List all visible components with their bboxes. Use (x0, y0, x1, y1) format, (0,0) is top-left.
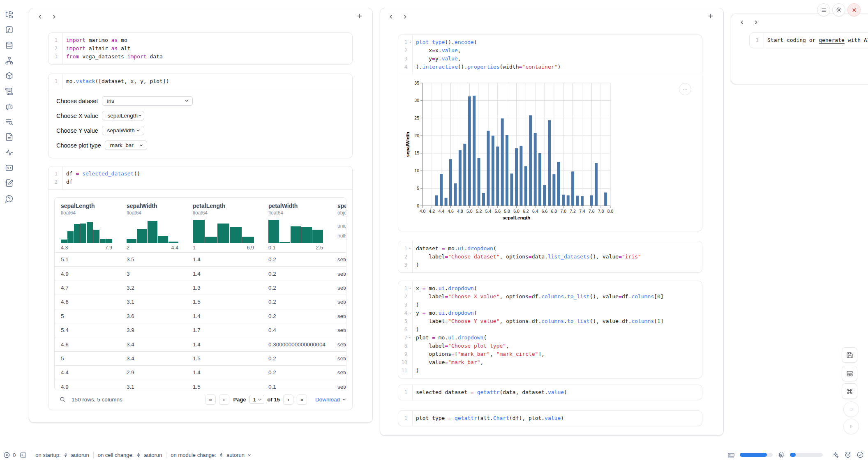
chart-actions-menu-button[interactable] (679, 83, 691, 95)
chevron-right-icon[interactable] (401, 12, 409, 21)
table-cell: 3.4 (127, 341, 193, 348)
chevron-left-icon[interactable] (36, 12, 44, 21)
column-header-species[interactable]: speciesobjectunique:nulls: (337, 203, 346, 251)
github-button[interactable] (844, 451, 852, 459)
table-row[interactable]: 5.13.51.40.2setosa (55, 252, 346, 266)
code-editor[interactable]: 1plot_type = getattr(alt.Chart(df), plot… (398, 411, 702, 426)
interrupt-button[interactable] (843, 401, 859, 417)
chevron-left-icon[interactable] (387, 12, 395, 21)
column-header-sepalWidth[interactable]: sepalWidthfloat6424.4 (127, 203, 193, 251)
outline-search-icon[interactable] (5, 118, 14, 126)
code-editor[interactable]: 12df = selected_dataset()df (48, 166, 352, 189)
add-cell-button[interactable] (707, 12, 715, 21)
runtime-config-label: on startup: (35, 452, 60, 458)
fold-chevron-icon[interactable] (409, 336, 412, 339)
ai-assistant-button[interactable] (832, 451, 839, 459)
generate-with-ai-link[interactable]: generate (819, 37, 845, 43)
lightning-bolt-icon (219, 452, 224, 458)
code-editor[interactable]: 1mo.vstack([dataset, x, y, plot]) (48, 74, 352, 89)
cell-empty: 1 Start coding or generate with AI (749, 32, 868, 48)
table-cell: setosa (337, 313, 346, 319)
svg-text:5.8: 5.8 (504, 209, 510, 214)
packages-icon[interactable] (5, 71, 14, 80)
settings-button[interactable] (832, 3, 845, 16)
save-button[interactable] (842, 347, 857, 363)
altair-bar-chart[interactable]: 4.04.24.44.64.85.05.25.45.65.86.06.26.46… (405, 78, 693, 226)
shutdown-button[interactable] (847, 3, 861, 16)
table-cell: setosa (337, 271, 346, 277)
svg-text:0: 0 (417, 203, 419, 208)
add-cell-button[interactable] (356, 12, 364, 21)
layout-view-button[interactable] (842, 366, 857, 381)
svg-text:8.0: 8.0 (607, 209, 614, 214)
chevron-right-icon[interactable] (752, 18, 760, 26)
runtime-config-3[interactable]: on module change:autorun (171, 452, 252, 458)
search-icon[interactable] (59, 396, 66, 403)
fold-chevron-icon[interactable] (409, 41, 412, 44)
dropdown-choose-y-value[interactable]: sepalWidth (102, 126, 144, 135)
column-header-petalLength[interactable]: petalLengthfloat6416.9 (193, 203, 268, 251)
table-row[interactable]: 4.63.41.40.30000000000000004setosa (55, 337, 346, 351)
runtime-config-1[interactable]: on startup:autorun (35, 452, 89, 458)
terminal-button[interactable] (20, 452, 27, 459)
code-editor[interactable]: 123dataset = mo.ui.dropdown( label="Choo… (398, 241, 702, 272)
table-cell: 3.5 (127, 256, 193, 263)
column-header-sepalLength[interactable]: sepalLengthfloat644.37.9 (61, 203, 127, 251)
first-page-button[interactable]: « (205, 394, 216, 405)
table-row[interactable]: 5.43.91.70.4setosa (55, 323, 346, 337)
table-row[interactable]: 4.63.11.50.2setosa (55, 295, 346, 309)
code-editor[interactable]: 1234567891011x = mo.ui.dropdown( label="… (398, 281, 702, 378)
table-row[interactable]: 53.41.50.2setosa (55, 351, 346, 365)
table-row[interactable]: 53.61.40.2setosa (55, 309, 346, 323)
cell-dataframe: 12df = selected_dataset()df sepalLengthf… (48, 166, 353, 410)
dependency-graph-icon[interactable] (5, 56, 14, 65)
fold-chevron-icon[interactable] (409, 311, 412, 315)
chevron-down-icon (257, 397, 262, 402)
dropdown-label: Choose plot type (56, 142, 101, 149)
notebook-menu-button[interactable] (817, 3, 830, 16)
code-editor[interactable]: 1selected_dataset = getattr(data, datase… (398, 385, 702, 400)
chevron-right-icon[interactable] (50, 12, 58, 21)
table-cell: 1.4 (193, 341, 268, 348)
keyboard-shortcuts-button[interactable] (842, 383, 857, 399)
table-cell: setosa (337, 341, 346, 348)
functions-icon[interactable] (5, 25, 14, 34)
documentation-icon[interactable] (5, 133, 14, 141)
next-page-button[interactable]: › (283, 394, 293, 405)
run-all-button[interactable] (843, 419, 859, 434)
download-button[interactable]: Download (315, 396, 346, 403)
error-count-badge[interactable]: 0 (3, 452, 16, 459)
table-row[interactable]: 4.931.40.2setosa (55, 266, 346, 280)
fold-chevron-icon[interactable] (409, 247, 412, 250)
logs-icon[interactable] (5, 87, 14, 96)
dropdown-label: Choose dataset (56, 98, 98, 104)
table-cell: 3.6 (127, 313, 193, 319)
datasources-icon[interactable] (5, 41, 14, 50)
svg-text:4.0: 4.0 (420, 209, 426, 214)
runtime-config-2[interactable]: on cell change:autorun (98, 452, 162, 458)
snippets-icon[interactable] (5, 164, 14, 172)
fold-chevron-icon[interactable] (409, 287, 412, 290)
tracing-icon[interactable] (5, 148, 14, 157)
scratchpad-icon[interactable] (5, 179, 14, 187)
prev-page-button[interactable]: ‹ (219, 394, 229, 405)
ai-chat-icon[interactable] (5, 102, 14, 111)
help-icon[interactable] (5, 194, 14, 203)
table-row[interactable]: 4.42.91.40.2setosa (55, 365, 346, 379)
last-page-button[interactable]: » (297, 394, 307, 405)
code-editor[interactable]: 1234plot_type().encode( x=x.value, y=y.v… (398, 35, 702, 74)
dropdown-choose-dataset[interactable]: iris (102, 96, 193, 106)
table-row[interactable]: 4.93.11.50.1setosa (55, 380, 346, 390)
table-row[interactable]: 4.73.21.30.2setosa (55, 281, 346, 295)
column-header-petalWidth[interactable]: petalWidthfloat640.12.5 (268, 203, 337, 251)
code-editor[interactable]: 123import marimo as moimport altair as a… (48, 33, 352, 64)
connection-status-button[interactable] (856, 451, 864, 459)
dropdown-choose-x-value[interactable]: sepalLength (102, 111, 144, 120)
page-select[interactable]: 1 (249, 395, 264, 404)
dropdown-choose-plot-type[interactable]: mark_bar (105, 141, 147, 150)
chevron-left-icon[interactable] (738, 18, 746, 26)
code-editor[interactable]: 1 Start coding or generate with AI (750, 33, 868, 48)
file-explorer-icon[interactable] (5, 10, 14, 19)
download-label: Download (315, 396, 340, 403)
control-row: Choose Y valuesepalWidth (56, 126, 352, 135)
